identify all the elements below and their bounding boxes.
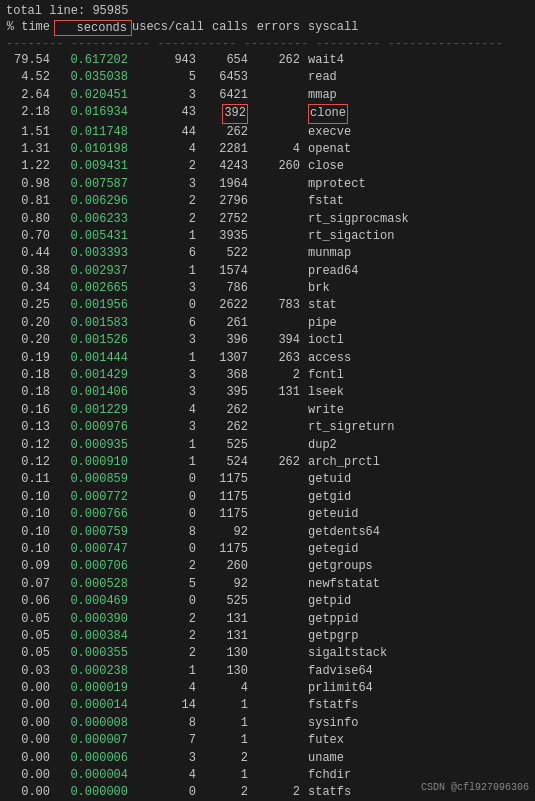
table-row: 1.22 0.009431 2 4243 260 close <box>6 158 529 175</box>
col-seconds: 0.000935 <box>54 437 132 454</box>
col-errors <box>252 263 304 280</box>
col-time: 0.11 <box>6 471 54 488</box>
col-errors <box>252 211 304 228</box>
col-calls: 1964 <box>200 176 252 193</box>
col-seconds: 0.000006 <box>54 750 132 767</box>
col-syscall: sysinfo <box>304 715 358 732</box>
col-usecs: 1 <box>132 228 200 245</box>
col-time: 0.25 <box>6 297 54 314</box>
col-time: 0.10 <box>6 489 54 506</box>
col-time: 0.44 <box>6 245 54 262</box>
col-syscall: fstat <box>304 193 344 210</box>
col-usecs: 4 <box>132 767 200 784</box>
col-syscall: fchdir <box>304 767 351 784</box>
col-seconds: 0.007587 <box>54 176 132 193</box>
col-seconds: 0.001956 <box>54 297 132 314</box>
col-usecs: 3 <box>132 750 200 767</box>
col-time: 0.05 <box>6 611 54 628</box>
col-time: 1.51 <box>6 124 54 141</box>
col-syscall: stat <box>304 297 337 314</box>
col-time: 0.20 <box>6 332 54 349</box>
col-seconds: 0.000355 <box>54 645 132 662</box>
col-seconds: 0.002665 <box>54 280 132 297</box>
col-calls: 1 <box>200 715 252 732</box>
col-seconds: 0.001429 <box>54 367 132 384</box>
col-usecs: 0 <box>132 489 200 506</box>
col-calls: 786 <box>200 280 252 297</box>
col-seconds: 0.000766 <box>54 506 132 523</box>
col-time: 0.05 <box>6 645 54 662</box>
table-row: 0.10 0.000772 0 1175 getgid <box>6 489 529 506</box>
col-usecs: 3 <box>132 367 200 384</box>
col-time: 0.00 <box>6 680 54 697</box>
table-row: 0.10 0.000766 0 1175 geteuid <box>6 506 529 523</box>
table-row: 0.10 0.000747 0 1175 getegid <box>6 541 529 558</box>
table-row: 2.64 0.020451 3 6421 mmap <box>6 87 529 104</box>
col-time: 0.00 <box>6 697 54 714</box>
col-syscall: geteuid <box>304 506 358 523</box>
col-syscall: rt_sigreturn <box>304 419 394 436</box>
col-usecs: 0 <box>132 541 200 558</box>
col-calls: 395 <box>200 384 252 401</box>
col-errors <box>252 767 304 784</box>
col-calls: 522 <box>200 245 252 262</box>
col-calls: 92 <box>200 576 252 593</box>
col-seconds: 0.001526 <box>54 332 132 349</box>
col-calls: 6421 <box>200 87 252 104</box>
col-usecs: 3 <box>132 419 200 436</box>
col-syscall: getgid <box>304 489 351 506</box>
col-seconds: 0.000000 <box>54 784 132 801</box>
col-seconds: 0.001583 <box>54 315 132 332</box>
col-usecs: 2 <box>132 211 200 228</box>
col-usecs: 0 <box>132 471 200 488</box>
col-syscall: getpid <box>304 593 351 610</box>
col-syscall: uname <box>304 750 344 767</box>
col-usecs: 6 <box>132 245 200 262</box>
header-row: % time seconds usecs/call calls errors s… <box>6 20 529 36</box>
table-row: 0.05 0.000390 2 131 getppid <box>6 611 529 628</box>
col-seconds: 0.000859 <box>54 471 132 488</box>
col-calls: 2622 <box>200 297 252 314</box>
col-usecs: 14 <box>132 697 200 714</box>
col-errors: 783 <box>252 297 304 314</box>
col-syscall: close <box>304 158 344 175</box>
col-usecs: 1 <box>132 350 200 367</box>
table-row: 0.00 0.000007 7 1 futex <box>6 732 529 749</box>
col-calls: 2796 <box>200 193 252 210</box>
col-time: 0.20 <box>6 315 54 332</box>
col-errors <box>252 193 304 210</box>
col-calls: 1 <box>200 767 252 784</box>
col-errors <box>252 663 304 680</box>
watermark: CSDN @cfl927096306 <box>421 782 529 793</box>
header-calls: calls <box>200 20 252 36</box>
table-row: 2.18 0.016934 43 392 clone <box>6 104 529 123</box>
col-seconds: 0.617202 <box>54 52 132 69</box>
col-seconds: 0.000706 <box>54 558 132 575</box>
col-usecs: 2 <box>132 193 200 210</box>
col-syscall: clone <box>304 104 348 123</box>
header-usecs: usecs/call <box>132 20 200 36</box>
col-time: 0.80 <box>6 211 54 228</box>
col-usecs: 943 <box>132 52 200 69</box>
col-errors <box>252 69 304 86</box>
col-calls: 262 <box>200 402 252 419</box>
col-errors <box>252 124 304 141</box>
col-time: 0.00 <box>6 750 54 767</box>
col-time: 0.05 <box>6 628 54 645</box>
col-syscall: openat <box>304 141 351 158</box>
col-usecs: 4 <box>132 141 200 158</box>
col-calls: 1 <box>200 697 252 714</box>
col-seconds: 0.005431 <box>54 228 132 245</box>
col-usecs: 0 <box>132 784 200 801</box>
col-syscall: arch_prctl <box>304 454 380 471</box>
col-errors <box>252 715 304 732</box>
col-syscall: wait4 <box>304 52 344 69</box>
header-seconds: seconds <box>54 20 132 36</box>
col-seconds: 0.001229 <box>54 402 132 419</box>
col-errors: 262 <box>252 52 304 69</box>
col-errors: 131 <box>252 384 304 401</box>
col-errors <box>252 471 304 488</box>
header-syscall: syscall <box>304 20 358 36</box>
col-usecs: 3 <box>132 87 200 104</box>
col-time: 0.10 <box>6 524 54 541</box>
